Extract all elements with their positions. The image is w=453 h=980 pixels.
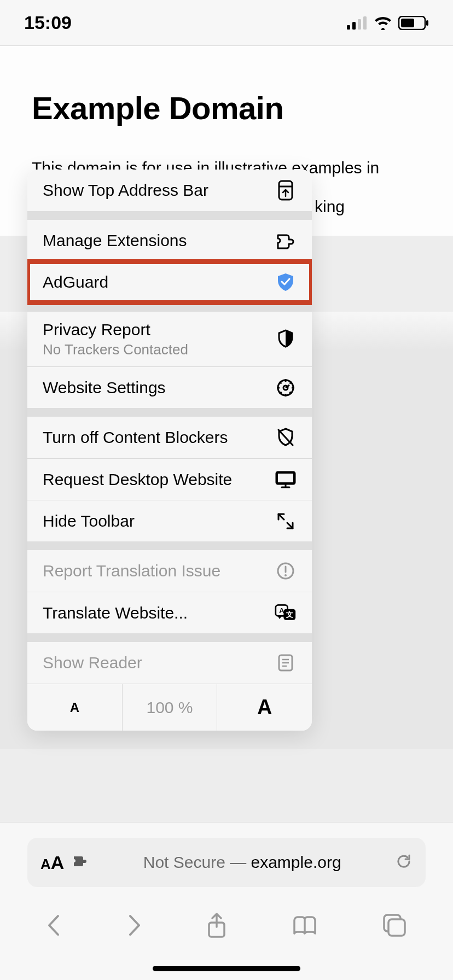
menu-label: Report Translation Issue (43, 562, 220, 580)
home-indicator[interactable] (153, 966, 300, 971)
reader-icon (275, 652, 297, 674)
svg-rect-2 (358, 19, 361, 30)
menu-request-desktop[interactable]: Request Desktop Website (27, 458, 312, 500)
shield-slash-icon (275, 427, 297, 448)
status-indicators (347, 16, 429, 30)
cellular-icon (347, 16, 368, 30)
zoom-level[interactable]: 100 % (122, 684, 217, 731)
menu-show-top-address-bar[interactable]: Show Top Address Bar (27, 170, 312, 211)
expand-icon (275, 510, 297, 532)
page-settings-button[interactable]: AA (40, 852, 64, 873)
menu-show-reader: Show Reader (27, 642, 312, 684)
menu-sublabel: No Trackers Contacted (43, 341, 188, 358)
gear-icon (275, 377, 297, 399)
toolbar (0, 898, 453, 958)
svg-rect-0 (347, 25, 350, 30)
menu-label: Privacy Report (43, 320, 188, 339)
menu-label: Website Settings (43, 378, 166, 397)
shield-half-icon (275, 328, 297, 350)
url-bar[interactable]: AA Not Secure — example.org (27, 838, 426, 887)
svg-point-29 (284, 574, 287, 576)
menu-privacy-report[interactable]: Privacy Report No Trackers Contacted (27, 312, 312, 366)
svg-rect-22 (278, 474, 293, 482)
zoom-pct-label: 100 % (146, 698, 193, 717)
menu-label: Show Top Address Bar (43, 181, 208, 200)
move-top-icon (275, 179, 297, 201)
svg-rect-40 (388, 919, 405, 936)
status-bar: 15:09 (0, 0, 453, 46)
forward-button[interactable] (126, 914, 142, 937)
status-time: 15:09 (24, 12, 72, 33)
extension-icon (275, 230, 297, 252)
menu-label: Hide Toolbar (43, 512, 135, 530)
menu-adguard[interactable]: AdGuard (27, 261, 312, 303)
menu-label: Turn off Content Blockers (43, 428, 228, 447)
page-title: Example Domain (32, 90, 421, 126)
zoom-large-label: A (257, 696, 272, 719)
menu-translate[interactable]: Translate Website... A文 (27, 592, 312, 633)
menu-report-translation: Report Translation Issue (27, 550, 312, 592)
zoom-small-label: A (70, 700, 79, 715)
url-text: Not Secure — example.org (98, 853, 386, 872)
bookmarks-button[interactable] (291, 914, 318, 937)
share-button[interactable] (206, 912, 228, 939)
svg-text:文: 文 (286, 610, 293, 619)
svg-rect-1 (352, 22, 356, 30)
page-settings-menu: Show Top Address Bar Manage Extensions A… (27, 170, 312, 731)
wifi-icon (373, 16, 393, 30)
menu-label: Translate Website... (43, 604, 188, 622)
reload-button[interactable] (395, 853, 413, 872)
menu-label: Request Desktop Website (43, 470, 232, 489)
menu-label: AdGuard (43, 273, 108, 291)
back-button[interactable] (46, 914, 62, 937)
tabs-button[interactable] (382, 913, 407, 938)
menu-content-blockers[interactable]: Turn off Content Blockers (27, 417, 312, 458)
extensions-button[interactable] (73, 854, 89, 871)
menu-manage-extensions[interactable]: Manage Extensions (27, 220, 312, 261)
bottom-bar: AA Not Secure — example.org (0, 822, 453, 980)
warning-icon (275, 560, 297, 582)
desktop-icon (275, 469, 297, 491)
menu-hide-toolbar[interactable]: Hide Toolbar (27, 500, 312, 541)
svg-text:A: A (279, 606, 284, 615)
menu-label: Manage Extensions (43, 231, 187, 250)
zoom-out-button[interactable]: A (27, 684, 122, 731)
shield-check-icon (275, 271, 297, 293)
menu-label: Show Reader (43, 654, 142, 672)
svg-rect-6 (426, 20, 428, 26)
translate-icon: A文 (275, 602, 297, 624)
svg-line-19 (278, 430, 293, 445)
zoom-in-button[interactable]: A (217, 684, 312, 731)
svg-rect-3 (363, 16, 367, 30)
svg-rect-5 (401, 19, 414, 27)
page-body-tail: king (315, 197, 345, 216)
menu-website-settings[interactable]: Website Settings (27, 366, 312, 408)
battery-icon (398, 16, 429, 30)
